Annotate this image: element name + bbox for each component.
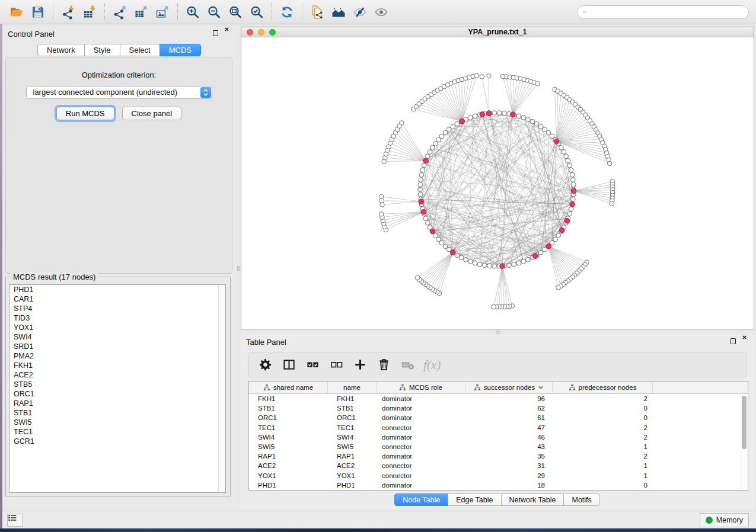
shared-column-icon: [263, 384, 270, 391]
mcds-result-node[interactable]: GCR1: [9, 437, 225, 446]
export-network-button[interactable]: [109, 2, 130, 21]
delete-column-button[interactable]: [374, 355, 395, 375]
vertical-splitter[interactable]: [237, 27, 241, 511]
mcds-result-node[interactable]: YOX1: [9, 323, 225, 332]
search-input[interactable]: [591, 8, 748, 17]
export-network-icon: [113, 5, 127, 19]
select-all-button[interactable]: [302, 355, 324, 375]
close-panel-button[interactable]: Close panel: [122, 107, 182, 120]
table-row[interactable]: PHD1PHD1dominator180: [249, 480, 748, 490]
new-network-from-selection-button[interactable]: [307, 2, 328, 21]
hide-selected-button[interactable]: [349, 2, 371, 21]
run-mcds-button[interactable]: Run MCDS: [56, 107, 114, 120]
table-panel-close-button[interactable]: [741, 338, 748, 345]
zoom-in-button[interactable]: [182, 2, 203, 21]
tab-mcds[interactable]: MCDS: [160, 44, 201, 56]
mcds-result-node[interactable]: RAP1: [9, 399, 225, 408]
deselect-all-button[interactable]: [326, 355, 347, 375]
table-cell: ORC1: [328, 413, 377, 422]
mcds-result-node[interactable]: STB5: [9, 380, 225, 389]
horizontal-splitter[interactable]: [241, 329, 754, 335]
table-row[interactable]: SWI5SWI5connector431: [249, 442, 748, 451]
new-network-document-icon: [310, 5, 324, 19]
memory-status-dot: [706, 517, 713, 524]
table-row[interactable]: FKH1FKH1dominator962: [249, 394, 748, 403]
table-cell: dominator: [377, 451, 465, 461]
search-box[interactable]: [577, 5, 749, 19]
tab-style[interactable]: Style: [84, 44, 120, 56]
show-columns-button[interactable]: [279, 355, 300, 375]
tab-node-table[interactable]: Node Table: [394, 493, 448, 506]
table-settings-button[interactable]: [255, 355, 276, 375]
column-header-shared-name[interactable]: shared name: [249, 382, 328, 393]
table-row[interactable]: YOX1YOX1connector291: [249, 471, 748, 480]
shared-column-icon: [474, 384, 481, 391]
tab-motifs[interactable]: Motifs: [563, 493, 599, 506]
control-panel-close-button[interactable]: [224, 30, 231, 37]
network-view-canvas[interactable]: [241, 37, 754, 329]
table-cell: YOX1: [328, 471, 377, 480]
table-row[interactable]: ORC1ORC1dominator610: [249, 413, 748, 422]
close-icon: [224, 26, 231, 40]
import-table-button[interactable]: [79, 2, 100, 21]
table-panel-float-button[interactable]: [729, 338, 736, 345]
mcds-result-node[interactable]: STP4: [9, 304, 225, 313]
table-scrollbar-thumb[interactable]: [742, 396, 747, 449]
memory-button[interactable]: Memory: [700, 513, 749, 527]
zoom-fit-button[interactable]: [225, 2, 246, 21]
tab-select[interactable]: Select: [120, 44, 160, 56]
column-header-successor-nodes[interactable]: successor nodes: [465, 382, 553, 393]
open-session-button[interactable]: [6, 2, 27, 21]
tab-edge-table[interactable]: Edge Table: [448, 493, 501, 506]
mcds-result-node[interactable]: TID3: [9, 313, 225, 323]
mcds-result-node[interactable]: TEC1: [9, 427, 225, 437]
import-network-button[interactable]: [58, 2, 79, 21]
control-panel-float-button[interactable]: [212, 30, 219, 37]
save-session-button[interactable]: [27, 2, 49, 21]
mcds-result-list[interactable]: PHD1CAR1STP4TID3YOX1SWI4SRD1PMA2FKH1ACE2…: [9, 284, 226, 493]
mcds-result-node[interactable]: FKH1: [9, 361, 225, 370]
export-image-button[interactable]: [152, 2, 173, 21]
toolbar-separator: [53, 4, 53, 20]
network-window-titlebar[interactable]: YPA_prune.txt_1: [241, 27, 754, 37]
task-history-button[interactable]: [7, 514, 23, 527]
column-header-MCDS-role[interactable]: MCDS role: [377, 382, 465, 393]
column-header-name[interactable]: name: [328, 382, 377, 393]
mcds-result-node[interactable]: ORC1: [9, 389, 225, 399]
mcds-result-node[interactable]: SWI5: [9, 418, 225, 427]
tab-network[interactable]: Network: [37, 44, 85, 56]
table-row[interactable]: TEC1TEC1connector472: [249, 423, 748, 432]
mcds-list-scrollbar[interactable]: [218, 285, 225, 492]
mcds-result-node[interactable]: PHD1: [9, 285, 225, 294]
function-builder-button[interactable]: f(x): [421, 358, 441, 373]
mcds-result-node[interactable]: PMA2: [9, 351, 225, 361]
first-neighbors-button[interactable]: [328, 2, 349, 21]
mcds-result-node[interactable]: ACE2: [9, 370, 225, 380]
zoom-out-button[interactable]: [203, 2, 225, 21]
column-label: MCDS role: [409, 384, 442, 391]
add-column-button[interactable]: [350, 355, 371, 375]
delete-table-button[interactable]: [397, 355, 419, 375]
optimization-criterion-select[interactable]: largest connected component (undirected): [26, 86, 212, 99]
mcds-result-node[interactable]: SWI4: [9, 332, 225, 342]
apply-layout-button[interactable]: [276, 2, 298, 21]
show-all-button[interactable]: [371, 2, 392, 21]
control-panel-header: Control Panel: [2, 27, 237, 41]
table-row[interactable]: STB1STB1dominator620: [249, 403, 748, 413]
table-cell: 0: [553, 480, 653, 490]
table-panel-tabs: Node Table Edge Table Network Table Moti…: [241, 493, 754, 506]
export-table-button[interactable]: [130, 2, 152, 21]
table-row[interactable]: ACE2ACE2connector311: [249, 461, 748, 470]
mcds-result-node[interactable]: SRD1: [9, 342, 225, 351]
optimization-criterion-label: Optimization criterion:: [6, 70, 232, 79]
column-header-predecessor-nodes[interactable]: predecessor nodes: [553, 382, 653, 393]
table-row[interactable]: RAP1RAP1dominator352: [249, 451, 748, 461]
mcds-result-node[interactable]: CAR1: [9, 294, 225, 304]
table-row[interactable]: SWI4SWI4dominator462: [249, 432, 748, 442]
tab-network-table[interactable]: Network Table: [501, 493, 564, 506]
table-scrollbar[interactable]: [741, 395, 747, 489]
table-cell: dominator: [377, 432, 465, 442]
mcds-result-node[interactable]: STB1: [9, 408, 225, 418]
zoom-selected-button[interactable]: [246, 2, 267, 21]
sort-desc-icon: [538, 384, 544, 390]
